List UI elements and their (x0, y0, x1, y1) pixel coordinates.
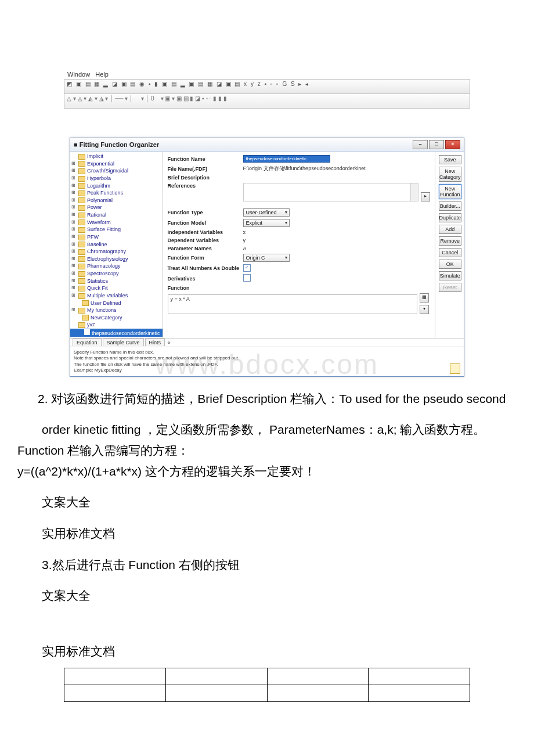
add-button[interactable]: Add (439, 225, 462, 234)
function-body-textarea[interactable]: y = x * A (168, 294, 417, 314)
paragraph-3: 3.然后进行点击 Function 右侧的按钮 (17, 555, 517, 575)
label-treat-double: Treat All Numbers As Double (168, 265, 243, 271)
header-text-1: 实用标准文档 (17, 523, 517, 544)
minimize-icon[interactable]: – (413, 140, 428, 149)
label-param-names: Parameter Names (168, 246, 243, 251)
toolbar-row-2: △ ▾ ◬ ▾ ◭ ▾ ◮ ▾ │ ── ▾ │ ▾ │ 0 ▾ ▣ ▾ ▣ ▤… (64, 94, 470, 109)
label-function-type: Function Type (168, 210, 243, 215)
builder-button[interactable]: Builder... (439, 201, 462, 211)
bottom-tabs: EquationSample CurveHints « (70, 338, 464, 347)
tree-item[interactable]: Waveform (70, 219, 163, 226)
tree-item[interactable]: Chromatography (70, 248, 163, 255)
paragraph-2b: order kinetic fitting ，定义函数所需参数， Paramet… (17, 419, 517, 460)
independent-vars-input[interactable]: x (243, 229, 246, 235)
simulate-button[interactable]: Simulate (439, 271, 462, 280)
menu-help[interactable]: Help (95, 71, 109, 78)
maximize-icon[interactable]: □ (429, 140, 444, 149)
tree-item[interactable]: Rational (70, 211, 163, 219)
derivatives-checkbox[interactable] (243, 274, 251, 282)
tree-item-selected[interactable]: thepseudosecondorderkinetic (70, 329, 163, 337)
new-function-button[interactable]: New Function (439, 184, 462, 199)
tree-item[interactable]: Implicit (70, 153, 163, 160)
label-brief-desc: Brief Description (168, 175, 243, 181)
dialog-side-buttons: Save New Category New Function Builder..… (435, 152, 466, 338)
tree-item[interactable]: Exponential (70, 160, 163, 168)
label-function-name: Function Name (168, 156, 243, 162)
function-form-combo[interactable]: Origin C (243, 254, 290, 262)
file-name-value: F:\origin 文件存储\fitfunc\thepseudosecondor… (243, 165, 366, 171)
label-function-form: Function Form (168, 255, 243, 261)
tree-item[interactable]: Power (70, 204, 163, 211)
dialog-title: Fitting Function Organizer (80, 141, 160, 148)
tree-item[interactable]: yvz (70, 321, 163, 329)
label-function: Function (168, 285, 243, 291)
tree-item[interactable]: Electrophysiology (70, 255, 163, 263)
tree-item[interactable]: Logarithm (70, 182, 163, 190)
remove-button[interactable]: Remove (439, 236, 462, 246)
tree-item[interactable]: Multiple Variables (70, 292, 163, 300)
tree-item[interactable]: Quick Fit (70, 285, 163, 292)
tree-item[interactable]: User Defined (70, 300, 163, 307)
function-expand-icon[interactable]: ▾ (420, 305, 429, 314)
category-tree[interactable]: Implicit Exponential Growth/Sigmoidal Hy… (70, 152, 163, 338)
label-file-name: File Name(.FDF) (168, 166, 243, 172)
function-edit-icon[interactable]: ▦ (420, 293, 429, 303)
menu-window[interactable]: Window (67, 71, 90, 78)
dialog-titlebar: ■ Fitting Function Organizer – □ × (70, 138, 464, 152)
label-derivatives: Derivatives (168, 276, 243, 282)
hint-panel: Specify Function Name in this edit box. … (70, 347, 464, 376)
footer-text-2: 文案大全 (17, 585, 517, 606)
references-textarea[interactable] (243, 183, 418, 201)
empty-table (64, 668, 470, 702)
label-dependent-vars: Dependent Variables (168, 237, 243, 243)
paragraph-2a: 2. 对该函数进行简短的描述，Brief Description 栏输入：To … (17, 388, 517, 409)
ok-button[interactable]: OK (439, 260, 462, 269)
save-button[interactable]: Save (439, 155, 462, 164)
tree-item[interactable]: Hyperbola (70, 175, 163, 182)
fitting-function-organizer-dialog: ■ Fitting Function Organizer – □ × Impli… (70, 138, 464, 377)
param-names-input[interactable]: A (243, 246, 247, 251)
tab-hints[interactable]: Hints (145, 339, 165, 346)
duplicate-button[interactable]: Duplicate (439, 213, 462, 222)
tree-item[interactable]: Polynomial (70, 197, 163, 204)
menu-bar: Window Help (64, 70, 470, 79)
tab-sample-curve[interactable]: Sample Curve (103, 339, 144, 346)
app-screenshot: Window Help ◩ ▣ ▤ ▦ ▂ ◪ ▣ ▤ ◉ ▪ ▮ ▣ ▤ ▂ … (64, 70, 470, 377)
tab-equation[interactable]: Equation (73, 339, 102, 346)
tree-item[interactable]: Growth/Sigmoidal (70, 167, 163, 175)
references-expand-icon[interactable]: ▸ (421, 192, 430, 201)
label-function-model: Function Model (168, 220, 243, 226)
new-category-button[interactable]: New Category (439, 167, 462, 182)
tree-item[interactable]: NewCategory (70, 314, 163, 322)
footer-text-1: 文案大全 (17, 492, 517, 513)
tree-item[interactable]: Statistics (70, 278, 163, 285)
treat-double-checkbox[interactable]: ✓ (243, 264, 251, 272)
function-type-combo[interactable]: User-Defined (243, 208, 290, 217)
label-references: References (168, 183, 243, 189)
close-icon[interactable]: × (445, 140, 460, 149)
tree-item[interactable]: Pharmacology (70, 262, 163, 270)
tree-item[interactable]: My functions (70, 307, 163, 314)
tree-item[interactable]: PFW (70, 233, 163, 241)
tree-item[interactable]: Baseline (70, 241, 163, 249)
dependent-vars-input[interactable]: y (243, 237, 246, 243)
label-independent-vars: Independent Variables (168, 229, 243, 235)
function-model-combo[interactable]: Explicit (243, 219, 290, 227)
reset-button[interactable]: Reset (439, 283, 462, 292)
header-text-2: 实用标准文档 (17, 641, 517, 662)
function-name-input[interactable]: thepseudosecondorderkinetic (243, 155, 330, 163)
paragraph-2c: y=((a^2)*k*x)/(1+a*k*x) 这个方程的逻辑关系一定要对！ (17, 461, 517, 482)
tree-item[interactable]: Peak Functions (70, 189, 163, 197)
cancel-button[interactable]: Cancel (439, 248, 462, 257)
function-form: Function Name thepseudosecondorderkineti… (163, 152, 435, 338)
toolbar-row-1: ◩ ▣ ▤ ▦ ▂ ◪ ▣ ▤ ◉ ▪ ▮ ▣ ▤ ▂ ▣ ▤ ▦ ◪ ▣ ▤ … (64, 79, 470, 94)
tree-item[interactable]: Spectroscopy (70, 270, 163, 278)
tree-item[interactable]: Surface Fitting (70, 226, 163, 233)
